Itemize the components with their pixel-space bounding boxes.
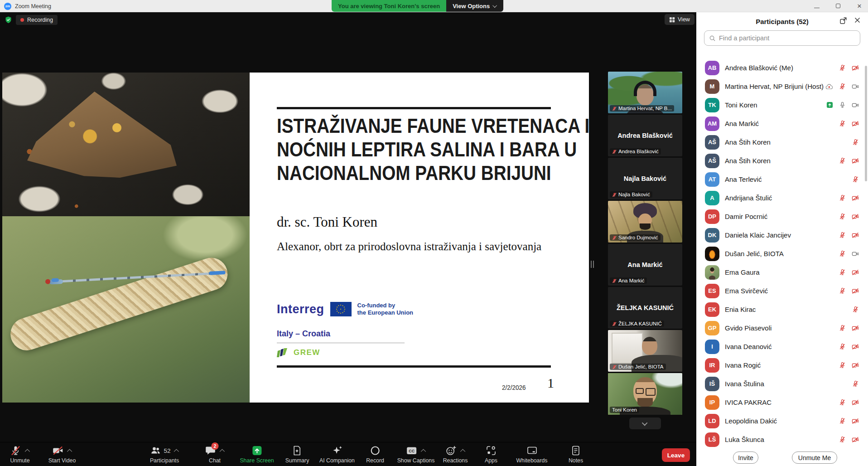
unmute-me-button[interactable]: Unmute Me	[792, 451, 837, 464]
video-tile[interactable]: ŽELJKA KASUNIĆŽELJKA KASUNIĆ	[608, 287, 682, 329]
participant-name: Toni Koren	[725, 101, 826, 109]
more-videos-button[interactable]	[629, 417, 661, 429]
participant-row[interactable]: IRIvana Rogić	[696, 356, 868, 374]
participant-row[interactable]: IPIVICA PAKRAC	[696, 393, 868, 412]
status-icons	[839, 213, 859, 220]
video-tile[interactable]: Sandro Dujmović	[608, 201, 682, 243]
avatar: DK	[705, 228, 719, 243]
participant-row[interactable]: IIvana Deanović	[696, 337, 868, 356]
toolbar-notes-button[interactable]: Notes	[569, 444, 583, 464]
chevron-up-icon[interactable]	[220, 449, 225, 454]
participant-row[interactable]: AŠAna Štih Koren	[696, 151, 868, 170]
camera-off-icon	[852, 232, 859, 238]
toolbar-apps-button[interactable]: Apps	[485, 444, 497, 464]
slide-title-line: ISTRAŽIVANJE FAUNE VRETENACA I	[277, 114, 589, 138]
video-tile[interactable]: Martina Hervat, NP B...	[608, 72, 682, 113]
mic-muted-icon	[839, 417, 846, 424]
cofunded-text: Co-funded bythe European Union	[357, 302, 414, 316]
participant-row[interactable]: Dušan Jelić, BIOTA	[696, 244, 868, 263]
camera-off-icon	[852, 269, 859, 276]
recording-indicator[interactable]: Recording	[5, 15, 58, 25]
grid-view-icon	[669, 17, 675, 23]
participant-row[interactable]: ATAna Terlević	[696, 170, 868, 189]
mic-muted-icon	[612, 149, 617, 154]
status-icons	[839, 194, 859, 201]
video-tile[interactable]: Dušan Jelić, BIOTA	[608, 330, 682, 372]
participant-row[interactable]: DPDamir Pocrnić	[696, 207, 868, 226]
video-tile[interactable]: Toni Koren	[608, 373, 682, 415]
mic-muted-icon	[839, 362, 846, 369]
shared-screen-slide: ISTRAŽIVANJE FAUNE VRETENACA INOĆNIH LEP…	[2, 73, 589, 403]
scrollbar-thumb[interactable]	[865, 66, 867, 181]
tile-name-label: Martina Hervat, NP B...	[610, 105, 674, 112]
toolbar-label: AI Companion	[319, 457, 355, 464]
toolbar-chat-button[interactable]: 2Chat	[205, 444, 225, 464]
slide-author: dr. sc. Toni Koren	[277, 214, 377, 230]
panel-resize-handle[interactable]	[591, 261, 594, 268]
avatar: AŠ	[705, 154, 719, 168]
participant-row[interactable]: LŠLuka Škunca	[696, 430, 868, 449]
view-options-button[interactable]: View Options	[446, 0, 503, 12]
close-panel-icon[interactable]	[854, 17, 861, 25]
chevron-up-icon[interactable]	[174, 449, 179, 454]
mic-muted-icon	[839, 194, 846, 201]
video-tile[interactable]: Ana MarkićAna Markić	[608, 244, 682, 286]
grew-logo-row: GREW	[277, 348, 320, 357]
leave-button[interactable]: Leave	[662, 448, 690, 462]
toolbar-ai-button[interactable]: AI Companion	[319, 444, 355, 464]
video-tile[interactable]: Najla BakovićNajla Baković	[608, 158, 682, 199]
toolbar-share-button[interactable]: Share Screen	[240, 444, 274, 464]
participant-row[interactable]: IŠIvana Štulina	[696, 374, 868, 393]
participant-row[interactable]: AAndrijana Štulić	[696, 189, 868, 207]
participant-row[interactable]: ESEma Svirčević	[696, 282, 868, 300]
close-window-button[interactable]: ✕	[856, 3, 863, 9]
camera-off-icon	[852, 195, 859, 201]
toolbar-label: Whiteboards	[516, 457, 547, 464]
chevron-up-icon[interactable]	[421, 449, 426, 454]
meeting-stage: Recording View ISTRAŽIVANJE FAUNE VRETEN…	[0, 12, 696, 442]
participant-name: Gvido Piasevoli	[725, 324, 839, 332]
participant-row[interactable]: DKDaniela Klaic Jancijev	[696, 226, 868, 244]
ai-icon	[331, 445, 343, 456]
toolbar-captions-button[interactable]: CCShow Captions	[397, 444, 435, 464]
chevron-up-icon[interactable]	[460, 449, 465, 454]
mic-muted-icon	[839, 157, 846, 164]
participant-name: Daniela Klaic Jancijev	[725, 231, 839, 239]
participant-row[interactable]: TKToni Koren	[696, 96, 868, 114]
participant-row[interactable]: AŠAna Štih Koren	[696, 133, 868, 151]
participant-row[interactable]: EKEnia Kirac	[696, 300, 868, 319]
participant-row[interactable]: AMAna Markić	[696, 114, 868, 133]
search-input[interactable]	[719, 34, 855, 42]
toolbar-video-button[interactable]: Start Video	[48, 444, 76, 464]
mic-muted-icon	[839, 269, 846, 276]
participant-row[interactable]: MMartina Hervat, NP Brijuni (Host)	[696, 77, 868, 96]
participant-name: Ema Svirčević	[725, 287, 839, 295]
participant-list: ABAndrea Blašković (Me)MMartina Hervat, …	[696, 58, 868, 449]
chevron-up-icon[interactable]	[25, 449, 30, 454]
invite-button[interactable]: Invite	[733, 451, 758, 464]
video-tile[interactable]: Andrea BlaškovićAndrea Blašković	[608, 115, 682, 156]
toolbar-whiteboards-button[interactable]: Whiteboards	[516, 444, 547, 464]
status-icons	[852, 176, 859, 183]
view-button[interactable]: View	[665, 14, 694, 25]
status-icons	[839, 417, 859, 424]
toolbar-unmute-button[interactable]: Unmute	[10, 444, 30, 464]
participant-row[interactable]: LDLeopoldina Dakić	[696, 412, 868, 430]
maximize-button[interactable]	[835, 3, 841, 9]
toolbar-participants-button[interactable]: 52Participants	[149, 444, 179, 464]
participant-row[interactable]: ABAndrea Blašković (Me)	[696, 58, 868, 77]
participant-row[interactable]: Ema Gaura	[696, 263, 868, 282]
participants-panel: Participants (52) ABAndrea Blašković (Me…	[696, 12, 868, 466]
chevron-up-icon[interactable]	[67, 449, 72, 454]
mic-muted-icon	[852, 380, 859, 387]
toolbar-label: Participants	[149, 457, 179, 464]
minimize-button[interactable]	[814, 3, 820, 9]
toolbar-label: Notes	[569, 457, 583, 464]
popout-panel-icon[interactable]	[839, 17, 847, 26]
toolbar-summary-button[interactable]: Summary	[285, 444, 309, 464]
toolbar-record-button[interactable]: Record	[366, 444, 384, 464]
participant-search[interactable]	[704, 30, 860, 46]
participant-row[interactable]: GPGvido Piasevoli	[696, 319, 868, 337]
toolbar-reactions-button[interactable]: Reactions	[443, 444, 468, 464]
toolbar-label: Unmute	[10, 457, 30, 464]
